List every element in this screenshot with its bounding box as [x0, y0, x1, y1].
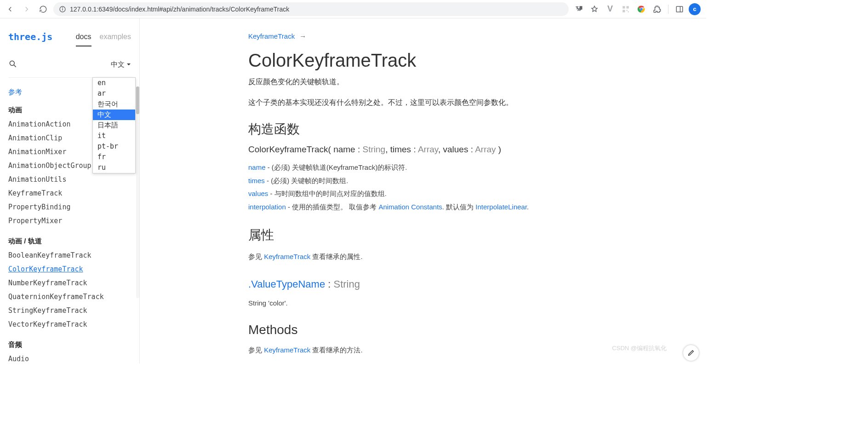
language-selected-label: 中文: [111, 60, 125, 69]
description-text: 这个子类的基本实现还没有什么特别之处。不过，这里可以表示颜色空间参数化。: [248, 98, 680, 108]
param-interpolation: interpolation - 使用的插值类型。 取值参考 Animation …: [248, 201, 680, 214]
lang-option[interactable]: en: [93, 78, 135, 88]
chevron-down-icon: [126, 62, 131, 67]
reload-button[interactable]: [37, 3, 50, 16]
param-link[interactable]: values: [248, 190, 268, 197]
lang-option[interactable]: 中文: [93, 110, 135, 120]
lang-option[interactable]: 日本語: [93, 120, 135, 131]
language-dropdown[interactable]: enar한국어中文日本語itpt-brfrru: [92, 77, 136, 173]
link-animation-constants[interactable]: Animation Constants: [378, 203, 442, 211]
svg-rect-6: [627, 10, 628, 11]
sidebar: three.js docs examples 中文 参考动画AnimationA…: [0, 18, 140, 363]
properties-heading: 属性: [248, 226, 680, 244]
svg-point-11: [640, 8, 643, 10]
lang-option[interactable]: ru: [93, 162, 135, 173]
sidepanel-icon[interactable]: [673, 3, 686, 16]
address-bar[interactable]: 127.0.0.1:6349/docs/index.html#api/zh/an…: [53, 2, 569, 16]
bookmark-star-icon[interactable]: [588, 3, 601, 16]
param-row: values - 与时间数组中的时间点对应的值数组.: [248, 187, 680, 201]
svg-rect-5: [622, 10, 625, 12]
breadcrumb: KeyframeTrack →: [248, 32, 680, 40]
nav-item[interactable]: NumberKeyframeTrack: [0, 276, 139, 290]
link-interpolate-linear[interactable]: InterpolateLinear: [475, 203, 527, 211]
nav-item[interactable]: PropertyMixer: [0, 214, 139, 228]
nav-item[interactable]: QuaternionKeyframeTrack: [0, 290, 139, 304]
nav-item[interactable]: StringKeyframeTrack: [0, 304, 139, 317]
nav-item[interactable]: KeyframeTrack: [0, 186, 139, 200]
nav-item[interactable]: PropertyBinding: [0, 200, 139, 214]
param-link[interactable]: times: [248, 177, 265, 185]
param-link[interactable]: name: [248, 163, 266, 171]
svg-rect-12: [676, 6, 683, 12]
link-keyframetrack-props[interactable]: KeyframeTrack: [264, 253, 310, 260]
nav-item[interactable]: VectorKeyframeTrack: [0, 317, 139, 331]
main-content: KeyframeTrack → ColorKeyframeTrack 反应颜色变…: [140, 18, 706, 363]
page-title: ColorKeyframeTrack: [248, 50, 680, 71]
arrow-icon: →: [299, 32, 306, 40]
nav-group-title: 动画 / 轨道: [0, 237, 139, 246]
constructor-heading: 构造函数: [248, 121, 680, 138]
svg-line-15: [14, 65, 16, 67]
lang-option[interactable]: fr: [93, 152, 135, 162]
svg-point-2: [63, 7, 63, 8]
param-row: name - (必须) 关键帧轨道(KeyframeTrack)的标识符.: [248, 161, 680, 174]
constructor-signature: ColorKeyframeTrack( name : String, times…: [248, 144, 680, 155]
nav-item[interactable]: ColorKeyframeTrack: [0, 262, 139, 276]
methods-heading: Methods: [248, 323, 680, 337]
search-icon[interactable]: [8, 59, 17, 70]
forward-button[interactable]: [20, 3, 33, 16]
properties-inherit-note: 参见 KeyframeTrack 查看继承的属性.: [248, 250, 680, 264]
nav-item[interactable]: Audio: [0, 352, 139, 363]
back-button[interactable]: [4, 3, 17, 16]
lang-option[interactable]: 한국어: [93, 99, 135, 110]
url-text: 127.0.0.1:6349/docs/index.html#api/zh/an…: [70, 6, 289, 13]
logo[interactable]: three.js: [8, 31, 52, 42]
sidebar-scrollbar-track: [136, 86, 139, 298]
param-row: times - (必须) 关键帧的时间数组.: [248, 174, 680, 188]
property-valuetypename: .ValueTypeName : String: [248, 278, 680, 290]
svg-rect-7: [628, 11, 629, 12]
nav-item[interactable]: BooleanKeyframeTrack: [0, 248, 139, 262]
lang-option[interactable]: pt-br: [93, 141, 135, 152]
v-icon[interactable]: V: [604, 3, 617, 16]
link-keyframetrack-methods[interactable]: KeyframeTrack: [264, 346, 310, 354]
param-link-interpolation[interactable]: interpolation: [248, 203, 286, 211]
nav-item[interactable]: AnimationUtils: [0, 173, 139, 186]
lang-option[interactable]: ar: [93, 88, 135, 99]
svg-point-14: [10, 61, 14, 65]
tab-examples[interactable]: examples: [100, 33, 131, 46]
profile-avatar[interactable]: c: [689, 3, 701, 15]
language-selector[interactable]: 中文: [111, 60, 131, 69]
toolbar-divider: [668, 5, 668, 14]
parent-link[interactable]: KeyframeTrack: [248, 32, 295, 40]
svg-rect-3: [622, 6, 625, 8]
edit-fab[interactable]: [683, 345, 699, 361]
lead-text: 反应颜色变化的关键帧轨道。: [248, 77, 680, 87]
prop-name-text[interactable]: ValueTypeName: [251, 278, 325, 290]
tab-docs[interactable]: docs: [76, 33, 91, 46]
qr-icon[interactable]: [619, 3, 632, 16]
watermark: CSDN @编程抗氧化: [612, 344, 667, 352]
lang-option[interactable]: it: [93, 131, 135, 141]
sidebar-scrollbar-thumb[interactable]: [136, 86, 139, 114]
info-icon: [59, 6, 66, 13]
translate-icon[interactable]: [572, 3, 585, 16]
chrome-logo-icon[interactable]: [635, 3, 648, 16]
browser-toolbar: 127.0.0.1:6349/docs/index.html#api/zh/an…: [0, 0, 706, 18]
extensions-icon[interactable]: [651, 3, 663, 16]
header-tabs: docs examples: [76, 27, 131, 46]
nav-group-title: 音频: [0, 340, 139, 349]
property-body: String 'color'.: [248, 297, 680, 310]
svg-rect-4: [627, 6, 629, 8]
